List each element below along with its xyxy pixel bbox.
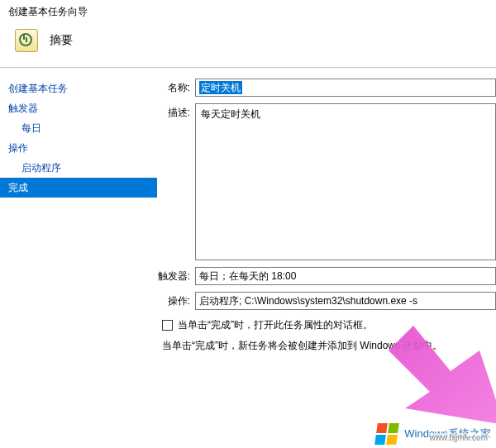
wizard-header: 摘要 <box>0 21 496 67</box>
description-label: 描述: <box>157 103 195 120</box>
watermark-url: www.bjjmlv.com <box>428 433 489 442</box>
open-properties-label: 当单击“完成”时，打开此任务属性的对话框。 <box>178 318 373 332</box>
wizard-steps-sidebar: 创建基本任务 触发器 每日 操作 启动程序 完成 <box>0 69 157 416</box>
window-title: 创建基本任务向导 <box>0 0 496 21</box>
name-input[interactable]: 定时关机 <box>195 79 496 97</box>
open-properties-checkbox-row[interactable]: 当单击“完成”时，打开此任务属性的对话框。 <box>162 318 496 332</box>
action-value: 启动程序; C:\Windows\system32\shutdown.exe -… <box>195 292 496 310</box>
sidebar-item-daily[interactable]: 每日 <box>0 118 157 138</box>
action-label: 操作: <box>157 292 195 308</box>
windows-logo-icon <box>374 423 399 445</box>
name-label: 名称: <box>157 79 195 95</box>
page-title: 摘要 <box>50 33 73 48</box>
sidebar-item-finish[interactable]: 完成 <box>0 178 157 198</box>
sidebar-item-trigger[interactable]: 触发器 <box>0 98 157 118</box>
finish-note: 当单击“完成”时，新任务将会被创建并添加到 Windows 计划中。 <box>162 339 496 353</box>
trigger-value: 每日；在每天的 18:00 <box>195 267 496 285</box>
description-input[interactable]: 每天定时关机 <box>195 103 496 260</box>
open-properties-checkbox[interactable] <box>162 320 173 331</box>
summary-form: 名称: 定时关机 描述: 每天定时关机 触发器: 每日；在每天的 18:00 操… <box>157 69 496 416</box>
sidebar-item-create-basic-task[interactable]: 创建基本任务 <box>0 79 157 98</box>
watermark: Windows系统之家 www.bjjmlv.com <box>376 423 491 445</box>
trigger-label: 触发器: <box>157 267 195 284</box>
sidebar-item-start-program[interactable]: 启动程序 <box>0 158 157 178</box>
clock-icon <box>15 29 38 52</box>
sidebar-item-action[interactable]: 操作 <box>0 138 157 158</box>
